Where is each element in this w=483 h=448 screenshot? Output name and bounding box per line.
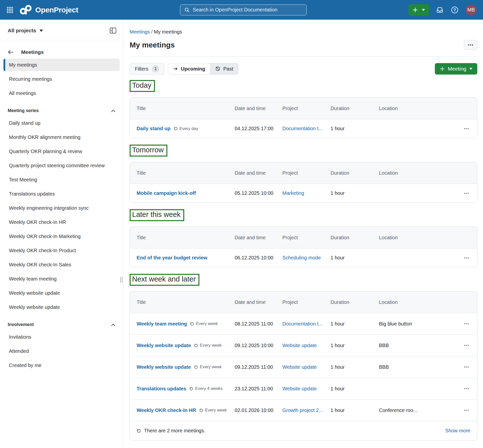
meeting-datetime: 02.01.2026 10:00 — [235, 407, 282, 413]
meetings-table-tomorrow: Title Date and time Project Duration Loc… — [130, 162, 477, 203]
table-header: Title Date and time Project Duration Loc… — [130, 291, 477, 313]
filters-button[interactable]: Filters 1 — [130, 63, 164, 75]
project-filter-dropdown[interactable]: All projects — [8, 28, 43, 34]
sidebar-resize-handle[interactable] — [120, 277, 122, 283]
project-link[interactable]: Growth project 2... — [282, 407, 325, 413]
sidebar-item-series[interactable]: Weekly OKR check-In HR — [3, 216, 120, 228]
recurrence-info: Every day — [174, 126, 198, 131]
sidebar-item-attended[interactable]: Attended — [3, 345, 120, 357]
row-menu-button[interactable] — [462, 386, 470, 391]
show-more-link[interactable]: Show more — [445, 428, 470, 434]
sidebar-item-all-meetings[interactable]: All meetings — [3, 87, 120, 99]
section-heading-today: Today — [130, 80, 155, 92]
breadcrumb-meetings-link[interactable]: Meetings — [130, 29, 150, 35]
sidebar-item-series[interactable]: Weekly engineering integration sync — [3, 202, 120, 214]
notifications-inbox-icon[interactable] — [436, 6, 444, 14]
page-more-menu-button[interactable] — [464, 40, 477, 50]
table-header: Title Date and time Project Duration Loc… — [130, 227, 477, 248]
sidebar-item-series[interactable]: Weekly OKR check-In Sales — [3, 258, 120, 271]
meeting-link[interactable]: Weekly OKR check-In HR — [137, 407, 196, 413]
table-row: Weekly website update Every week 09.12.2… — [130, 356, 477, 378]
row-menu-button[interactable] — [462, 365, 470, 369]
meeting-link[interactable]: Mobile campaign kick-off — [137, 190, 196, 196]
recurrence-info: Every week — [190, 321, 218, 326]
chevron-up-icon[interactable] — [111, 109, 115, 112]
sidebar-item-series[interactable]: Quarterly project steering committee rev… — [3, 159, 120, 172]
recurring-icon — [199, 408, 203, 412]
sidebar-item-series[interactable]: Translations updates — [3, 188, 120, 200]
project-link[interactable]: Website update — [282, 386, 325, 392]
meeting-link[interactable]: Weekly website update — [137, 343, 191, 348]
avatar[interactable]: MB — [466, 4, 477, 15]
sidebar-item-recurring-meetings[interactable]: Recurring meetings — [3, 73, 120, 85]
sidebar-item-series[interactable]: Weekly website update — [3, 287, 120, 299]
section-heading-tomorrow: Tomorrow — [130, 145, 167, 157]
sidebar-item-series[interactable]: Quarterly OKR planning & review — [3, 145, 120, 158]
global-create-button[interactable] — [409, 4, 429, 16]
row-menu-button[interactable] — [462, 256, 470, 260]
meeting-location: Conference roo... — [379, 407, 447, 413]
table-row: Translations updates Every 4 weeks 23.12… — [130, 378, 477, 399]
row-menu-button[interactable] — [462, 126, 470, 131]
table-header: Title Date and time Project Duration Loc… — [130, 98, 477, 119]
meeting-link[interactable]: End of the year budget review — [137, 255, 207, 261]
sidebar-item-created-by-me[interactable]: Created by me — [3, 359, 120, 371]
openproject-logo[interactable]: OpenProject — [19, 4, 78, 15]
time-filter-segmented-control: Upcoming Past — [168, 63, 238, 75]
project-link[interactable]: Scheduling mode — [282, 255, 325, 261]
sidebar-item-series[interactable]: Weekly website update — [3, 301, 120, 313]
breadcrumb: Meetings / My meetings — [130, 20, 477, 35]
project-link[interactable]: Marketing — [282, 190, 325, 196]
meeting-datetime: 05.12.2025 10:00 — [235, 190, 282, 196]
project-link[interactable]: Website update — [282, 364, 325, 370]
meeting-link[interactable]: Translations updates — [137, 386, 186, 392]
sidebar-item-series[interactable]: Weekly OKR check-In Marketing — [3, 230, 120, 243]
filters-count-badge: 1 — [152, 65, 159, 73]
tab-upcoming[interactable]: Upcoming — [168, 63, 210, 74]
sidebar-item-series[interactable]: Test Meeting — [3, 173, 120, 186]
chevron-up-icon[interactable] — [111, 323, 115, 326]
project-link[interactable]: Documentation t... — [282, 126, 325, 131]
meeting-datetime: 08.12.2025 11:00 — [235, 321, 282, 327]
meeting-duration: 1 hour — [331, 343, 379, 348]
sidebar-item-invitations[interactable]: Invitations — [3, 331, 120, 343]
back-arrow-icon[interactable] — [8, 50, 14, 55]
recurring-icon — [189, 387, 193, 391]
row-menu-button[interactable] — [462, 408, 470, 412]
meeting-link[interactable]: Daily stand up — [137, 126, 171, 131]
sidebar-item-my-meetings[interactable]: My meetings — [3, 59, 120, 71]
help-icon[interactable]: ? — [451, 6, 459, 14]
recurring-icon — [174, 126, 178, 131]
tab-past[interactable]: Past — [210, 63, 238, 74]
sidebar-section-meeting-series[interactable]: Meeting series — [0, 101, 123, 117]
history-clock-icon — [215, 66, 220, 71]
new-meeting-button[interactable]: Meeting — [435, 63, 477, 75]
plus-icon — [440, 66, 445, 71]
meeting-duration: 1 hour — [331, 255, 379, 261]
row-menu-button[interactable] — [462, 343, 470, 348]
row-menu-button[interactable] — [462, 322, 470, 326]
project-link[interactable]: Website update — [282, 343, 325, 348]
section-heading-next-week: Next week and later — [130, 274, 199, 286]
global-search[interactable] — [180, 4, 307, 15]
sidebar-item-series[interactable]: Weekly team meeting — [3, 273, 120, 285]
sidebar-section-involvement[interactable]: Involvement — [0, 315, 123, 331]
project-link[interactable]: Documentation t... — [282, 321, 325, 327]
sidebar-item-series[interactable]: Daily stand up — [3, 117, 120, 129]
meeting-duration: 1 hour — [331, 407, 379, 413]
search-input[interactable] — [193, 7, 302, 13]
app-grid-icon[interactable] — [6, 6, 13, 13]
collapse-sidebar-icon[interactable] — [109, 27, 117, 34]
table-row: Daily stand up Every day 04.12.2025 17:0… — [130, 119, 477, 138]
table-footer: There are 2 more meetings. Show more — [130, 421, 477, 440]
meeting-link[interactable]: Weekly team meeting — [137, 321, 187, 327]
sidebar-item-series[interactable]: Monthly OKR alignment meeting — [3, 131, 120, 143]
arrow-right-icon — [173, 67, 178, 71]
breadcrumb-current: My meetings — [154, 29, 182, 35]
meeting-location: BBB — [379, 364, 447, 370]
sidebar-module-title: Meetings — [21, 49, 44, 55]
recurring-icon — [190, 322, 194, 326]
row-menu-button[interactable] — [462, 191, 470, 196]
meeting-link[interactable]: Weekly website update — [137, 364, 191, 370]
sidebar-item-series[interactable]: Weekly OKR check-In Product — [3, 244, 120, 257]
